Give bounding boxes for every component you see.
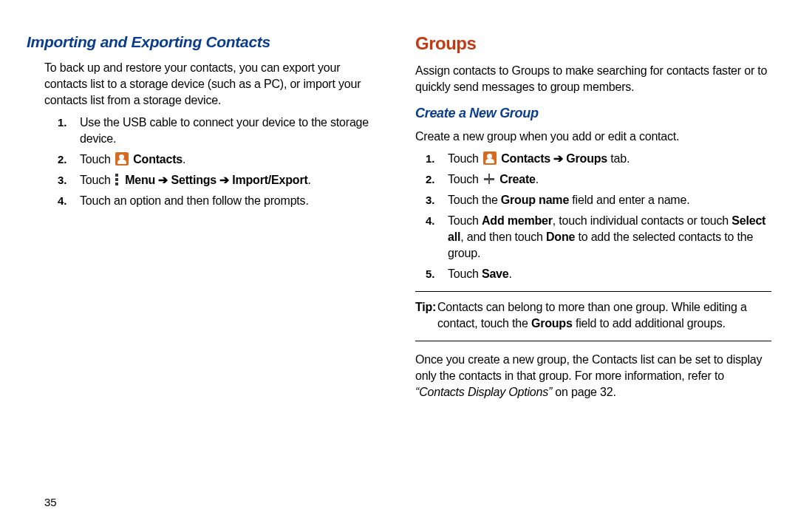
create-group-steps: Touch Contacts ➔ Groups tab. Touch Creat…	[415, 151, 771, 282]
import-export-intro: To back up and restore your contacts, yo…	[27, 60, 383, 109]
groups-intro: Assign contacts to Groups to make search…	[415, 63, 771, 95]
import-export-steps: Use the USB cable to connect your device…	[27, 115, 383, 209]
manual-page: Importing and Exporting Contacts To back…	[0, 0, 798, 532]
create-group-intro: Create a new group when you add or edit …	[415, 129, 771, 145]
contacts-icon	[483, 151, 497, 165]
step-2-touch: Touch	[80, 153, 114, 166]
contacts-icon	[115, 152, 129, 166]
step-2: Touch Contacts.	[52, 151, 383, 168]
step-4-text: Touch an option and then follow the prom…	[80, 194, 309, 207]
step-1: Use the USB cable to connect your device…	[52, 115, 383, 147]
plus-icon	[483, 173, 495, 185]
step-4: Touch an option and then follow the prom…	[52, 193, 383, 209]
heading-groups: Groups	[415, 33, 771, 54]
step-3-touch: Touch	[80, 174, 114, 186]
step-1-text: Use the USB cable to connect your device…	[80, 116, 369, 145]
tip-label: Tip:	[415, 299, 437, 316]
menu-icon	[115, 173, 120, 185]
cg-step-2: Touch Create.	[420, 171, 771, 188]
page-number: 35	[44, 496, 57, 508]
heading-import-export: Importing and Exporting Contacts	[27, 33, 383, 51]
cg-step-3: Touch the Group name field and enter a n…	[420, 192, 771, 208]
step-3: Touch Menu ➔ Settings ➔ Import/Export.	[52, 172, 383, 188]
tip-block: Tip:Contacts can belong to more than one…	[415, 299, 771, 332]
cg-step-1: Touch Contacts ➔ Groups tab.	[420, 151, 771, 167]
cg-step-5: Touch Save.	[420, 266, 771, 282]
divider-top	[415, 291, 771, 292]
left-column: Importing and Exporting Contacts To back…	[27, 33, 399, 532]
after-paragraph: Once you create a new group, the Contact…	[415, 352, 771, 400]
cg-step-4: Touch Add member, touch individual conta…	[420, 213, 771, 262]
contacts-label: Contacts	[133, 153, 183, 166]
heading-create-group: Create a New Group	[415, 106, 771, 121]
right-column: Groups Assign contacts to Groups to make…	[399, 33, 771, 532]
divider-bottom	[415, 341, 771, 341]
menu-path: Menu ➔ Settings ➔ Import/Export	[125, 174, 307, 186]
